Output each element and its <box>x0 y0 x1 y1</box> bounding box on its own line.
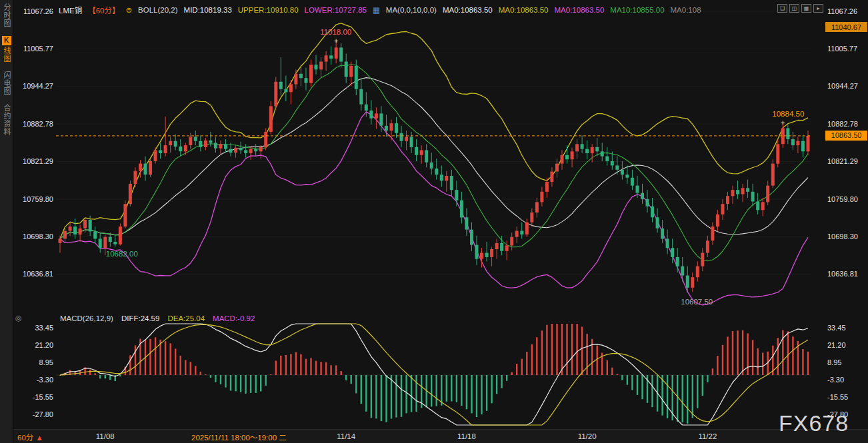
y-axis-label-right: 10882.78 <box>827 120 866 128</box>
header-indicator-item: ▦ <box>373 5 380 15</box>
y-axis-label-right: 11005.77 <box>827 45 866 53</box>
indicator-toggle-icon[interactable]: ◎ <box>15 314 22 322</box>
macd-header-item: DEA:25.04 <box>167 314 205 322</box>
timeframe-indicator[interactable]: 60分 ▲ <box>17 432 43 442</box>
y-axis-label-right: 10636.81 <box>827 270 866 278</box>
header-indicator-item: LOWER:10727.85 <box>305 6 367 14</box>
y-axis-label-left: 10821.29 <box>15 157 53 165</box>
header-indicator-item: LME铜 <box>59 5 82 15</box>
header-indicator-item: ⊜ <box>125 5 132 15</box>
macd-axis-label-left: 21.20 <box>15 341 53 349</box>
x-axis-date-label: 11/20 <box>578 432 597 440</box>
header-indicator-item: UPPER:10910.80 <box>238 6 299 14</box>
macd-axis-label-right: -3.30 <box>827 376 866 384</box>
sidebar-item-label: 闪电图 <box>1 71 11 95</box>
macd-axis-label-right: 33.45 <box>827 324 866 332</box>
last-price-badge: 10863.50 <box>825 131 867 141</box>
macd-axis-label-left: -27.80 <box>15 410 53 418</box>
macd-axis-label-left: 33.45 <box>15 324 53 332</box>
macd-axis-label-right: -15.55 <box>827 393 866 401</box>
layout-split-icon[interactable]: ◫ <box>789 4 799 13</box>
indicator-header: LME铜 【60分】 ⊜ BOLL(20,2) MID:10819.33 UPP… <box>59 5 701 15</box>
header-indicator-item: MA10:10855.00 <box>610 6 664 14</box>
trading-terminal: 分时图 K 线图 闪电图 合约资料 LME铜 【60分】 ⊜ <box>0 0 868 443</box>
header-indicator-item: MA0:10863.50 <box>499 6 549 14</box>
main-chart-canvas[interactable] <box>56 0 811 321</box>
macd-axis-label-left: -3.30 <box>15 376 53 384</box>
header-indicator-item: MA0:10863.50 <box>443 6 493 14</box>
y-axis-label-right: 10821.29 <box>827 157 866 165</box>
layout-next-icon[interactable]: ▸ <box>813 4 823 13</box>
macd-axis-label-left: 8.95 <box>15 358 53 366</box>
header-indicator-item: 【60分】 <box>88 5 119 15</box>
bottom-axis-bar <box>13 429 868 443</box>
header-indicator-item: MID:10819.33 <box>184 6 232 14</box>
sidebar-item[interactable]: 闪电图 <box>1 71 11 95</box>
sidebar-item-label: 合约资料 <box>1 104 11 136</box>
price-marker-cross: + <box>781 119 785 127</box>
x-axis-date-label: 11/22 <box>698 432 717 440</box>
x-axis-date-label: 11/08 <box>96 432 115 440</box>
kline-badge-icon: K <box>2 36 11 45</box>
chart-mode-sidebar: 分时图 K 线图 闪电图 合约资料 <box>0 0 13 443</box>
y-axis-label-left: 11067.26 <box>15 7 53 15</box>
price-annotation: 10884.50 <box>772 110 804 118</box>
y-axis-label-right: 11067.26 <box>827 7 866 15</box>
y-axis-label-right: 10944.27 <box>827 82 866 90</box>
ref-price-badge: 11040.67 <box>825 22 867 32</box>
sidebar-item[interactable]: 合约资料 <box>1 104 11 136</box>
y-axis-label-left: 10944.27 <box>15 82 53 90</box>
layout-icon-group: ❏ ◫ ▦ ▸ <box>777 4 823 13</box>
sidebar-item[interactable]: 分时图 <box>1 3 11 27</box>
header-indicator-item: MA0:10863.50 <box>555 6 605 14</box>
macd-header-item: MACD:-0.92 <box>213 314 255 322</box>
sidebar-item[interactable]: K 线图 <box>1 36 11 63</box>
macd-axis-label-right: 21.20 <box>827 341 866 349</box>
y-axis-label-left: 10759.80 <box>15 195 53 203</box>
selected-session-label: 2025/11/11 18:00～19:00 二 <box>191 432 287 442</box>
x-axis-date-label: 11/18 <box>457 432 476 440</box>
y-axis-label-right: 10698.30 <box>827 232 866 240</box>
y-axis-label-left: 10882.78 <box>15 120 53 128</box>
y-axis-label-left: 10636.81 <box>15 270 53 278</box>
price-annotation: 10607.50 <box>681 298 713 306</box>
watermark: FX678 <box>779 410 849 436</box>
header-indicator-item: MA(0,0,10,0,0) <box>386 6 437 14</box>
macd-axis-label-left: -15.55 <box>15 393 53 401</box>
y-axis-label-right: 10759.80 <box>827 195 866 203</box>
sidebar-item-label: 分时图 <box>1 3 11 27</box>
macd-chart-canvas[interactable] <box>56 322 811 428</box>
timeframe-label: 60分 <box>17 434 33 442</box>
y-axis-label-left: 10698.30 <box>15 232 53 240</box>
up-arrow-icon: ▲ <box>36 434 43 442</box>
layout-grid-icon[interactable]: ▦ <box>801 4 811 13</box>
header-indicator-item: BOLL(20,2) <box>138 6 177 14</box>
macd-header-item: DIFF:24.59 <box>121 314 160 322</box>
layout-single-icon[interactable]: ❏ <box>777 4 787 13</box>
y-axis-label-left: 11005.77 <box>15 45 53 53</box>
price-annotation: 11018.00 <box>320 28 351 36</box>
x-axis-date-label: 11/14 <box>337 432 355 440</box>
macd-axis-label-right: 8.95 <box>827 358 866 366</box>
header-indicator-item: MA0:108 <box>671 6 701 14</box>
macd-header-item: MACD(26,12,9) <box>60 314 113 322</box>
sidebar-item-label: 线图 <box>1 47 11 63</box>
price-annotation: 10682.00 <box>106 250 138 258</box>
price-marker-cross: + <box>334 37 338 45</box>
macd-header: MACD(26,12,9) DIFF:24.59 DEA:25.04 MACD:… <box>60 314 255 322</box>
